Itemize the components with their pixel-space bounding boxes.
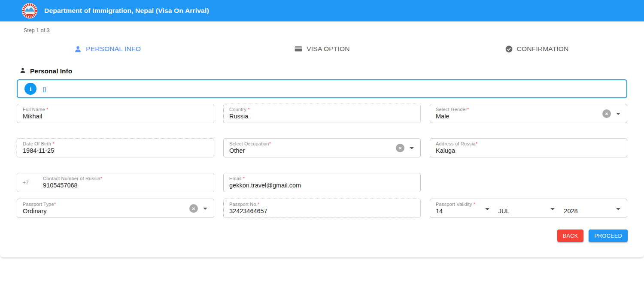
field-value: gekkon.travel@gmail.com [229,182,301,189]
tab-personal-info[interactable]: PERSONAL INFO [0,43,215,54]
tab-label: CONFIRMATION [517,45,569,53]
field-value: 14 [436,208,443,214]
person-icon [19,67,26,75]
field-label: Address of Russia* [436,141,477,146]
field-label: Passport Type* [23,202,56,207]
check-circle-icon [505,45,513,53]
clear-icon[interactable]: ✕ [189,204,198,213]
info-banner: i [] [17,79,627,98]
field-value: 1984-11-25 [23,147,54,154]
personal-info-form: Full Name * Mikhail Country * Russia Sel… [0,104,644,218]
address-field[interactable]: Address of Russia* Kaluga [430,138,627,157]
caret-down-icon[interactable] [203,208,207,210]
field-value: Kaluga [436,147,455,154]
clear-icon[interactable]: ✕ [602,109,611,118]
occupation-select[interactable]: Select Occupation* Other ✕ [223,138,421,157]
back-button[interactable]: BACK [557,229,584,242]
tab-label: VISA OPTION [307,45,349,53]
field-label: Select Occupation* [229,141,271,146]
caret-down-icon[interactable] [616,208,620,210]
field-value: JUL [498,208,510,214]
field-value: Russia [229,113,248,120]
field-value: 2028 [564,208,577,214]
nepal-emblem-logo [21,3,38,19]
tab-label: PERSONAL INFO [86,45,141,53]
field-label: Country * [229,107,250,112]
passport-no-field[interactable]: Passport No.* 32423464657 [223,199,421,218]
tab-visa-option[interactable]: VISA OPTION [215,43,429,54]
gender-select[interactable]: Select Gender* Male ✕ [430,104,627,123]
date-of-birth-field[interactable]: Date Of Birth * 1984-11-25 [17,138,214,157]
section-title-text: Personal Info [30,67,72,75]
validity-day-select[interactable]: 14 [430,199,496,217]
full-name-field[interactable]: Full Name * Mikhail [17,104,214,123]
section-title: Personal Info [19,67,644,75]
validity-year-select[interactable]: 2028 [561,199,627,217]
field-value: Ordinary [23,208,47,214]
field-value: Mikhail [23,113,42,120]
app-title: Department of Immigration, Nepal (Visa O… [44,7,209,15]
field-value: 32423464657 [229,208,267,214]
caret-down-icon[interactable] [550,208,555,210]
form-actions: BACK PROCEED [0,229,628,242]
validity-month-select[interactable]: JUL [496,199,562,217]
phone-prefix: +7 [23,180,29,186]
stepper-tabs: PERSONAL INFO VISA OPTION CONFIRMATION [0,43,644,54]
field-label: Contact Number of Russia* [43,176,102,181]
content-card: Step 1 of 3 PERSONAL INFO VISA OPTION CO… [0,21,644,258]
field-label: Full Name * [23,107,49,112]
tab-confirmation[interactable]: CONFIRMATION [429,43,644,54]
field-value: Male [436,113,449,120]
app-header: Department of Immigration, Nepal (Visa O… [0,0,644,21]
field-label: Date Of Birth * [23,141,55,146]
empty-cell [430,173,627,192]
person-icon [74,45,82,53]
field-value: Other [229,147,245,154]
info-icon: i [24,83,36,95]
field-label: Email * [229,176,245,181]
caret-down-icon[interactable] [616,113,620,115]
clear-icon[interactable]: ✕ [396,144,404,152]
info-banner-text: [] [43,86,46,92]
proceed-button[interactable]: PROCEED [589,229,628,242]
passport-validity-field: Passport Validity * 14 JUL 2028 [430,199,627,218]
card-icon [294,45,303,53]
field-label: Passport No.* [229,202,259,207]
caret-down-icon[interactable] [485,208,489,210]
field-label: Select Gender* [436,107,469,112]
field-value: 9105457068 [43,182,78,189]
email-field[interactable]: Email * gekkon.travel@gmail.com [223,173,421,192]
country-field[interactable]: Country * Russia [223,104,421,123]
passport-type-select[interactable]: Passport Type* Ordinary ✕ [17,199,214,218]
step-indicator: Step 1 of 3 [0,21,644,35]
contact-number-field[interactable]: +7 Contact Number of Russia* 9105457068 [17,173,214,192]
caret-down-icon[interactable] [410,147,414,149]
